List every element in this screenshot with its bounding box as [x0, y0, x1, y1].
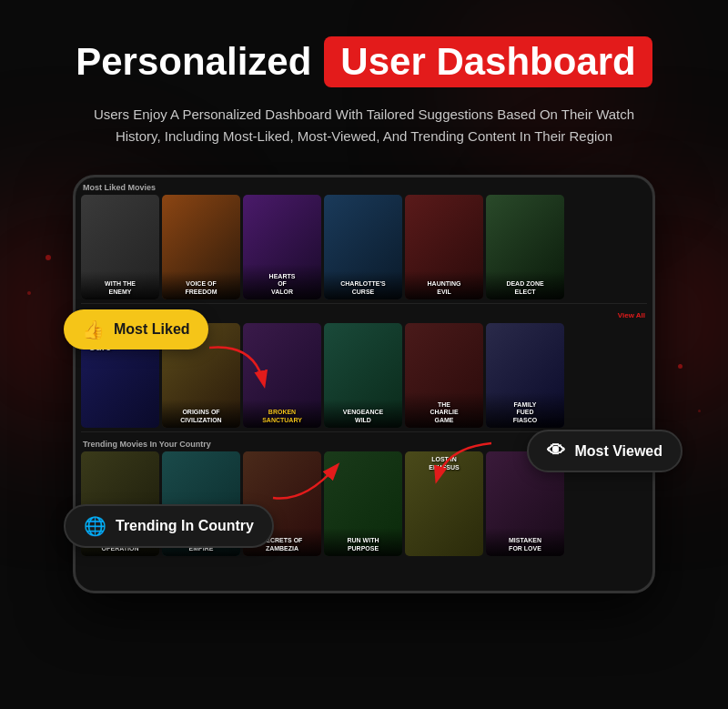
trending-arrow	[268, 457, 341, 507]
movie-card[interactable]: HEARTSOFVALOR	[243, 195, 321, 299]
trending-icon: 🌐	[84, 515, 106, 537]
most-liked-row: WITH THEENEMY VOICE OFFREEDOM HEARTSOFVA…	[76, 195, 652, 303]
particle	[27, 291, 31, 295]
most-liked-arrow	[200, 339, 273, 393]
most-liked-badge: 👍 Most Liked	[64, 309, 208, 349]
page-title: Personalized User Dashboard	[0, 36, 728, 87]
most-liked-section-title: Most Liked Movies	[83, 183, 156, 192]
tablet-wrapper: 👍 Most Liked 👁 Most Viewed 🌐 Trending In…	[73, 175, 655, 593]
movie-card[interactable]: WITH THEENEMY	[81, 195, 159, 299]
movie-card[interactable]: CHARLOTTE'SCURSE	[324, 195, 402, 299]
title-highlight: User Dashboard	[324, 36, 652, 87]
title-plain: Personalized	[76, 40, 311, 84]
eye-icon: 👁	[547, 441, 565, 461]
most-liked-label: Most Liked	[114, 321, 190, 338]
divider	[81, 303, 647, 304]
header-subtitle: Users Enjoy A Personalized Dashboard Wit…	[73, 104, 655, 147]
movie-card[interactable]: VENGEANCEWILD	[324, 323, 402, 428]
most-viewed-label: Most Viewed	[574, 443, 662, 460]
trending-section-title: Trending Movies In Your Country	[83, 440, 211, 449]
thumbs-up-icon: 👍	[82, 319, 105, 340]
particle	[698, 410, 701, 412]
most-viewed-badge: 👁 Most Viewed	[527, 430, 682, 472]
most-viewed-arrow	[428, 434, 500, 489]
particle	[678, 364, 682, 369]
trending-label: Trending In Country	[116, 518, 254, 534]
particle	[46, 255, 51, 260]
view-all-most-viewed[interactable]: View All	[618, 311, 645, 320]
most-liked-section-header: Most Liked Movies	[76, 177, 652, 195]
movie-card[interactable]: THECHARLIEGAME	[405, 323, 483, 428]
page-header: Personalized User Dashboard Users Enjoy …	[0, 0, 728, 147]
movie-card[interactable]: HAUNTINGEVIL	[405, 195, 483, 299]
movie-card[interactable]: DEAD ZONEELECT	[486, 195, 564, 299]
movie-card[interactable]: VOICE OFFREEDOM	[162, 195, 240, 299]
trending-badge: 🌐 Trending In Country	[64, 504, 274, 548]
movie-card[interactable]: FAMILYFUEDFIASCO	[486, 323, 564, 428]
